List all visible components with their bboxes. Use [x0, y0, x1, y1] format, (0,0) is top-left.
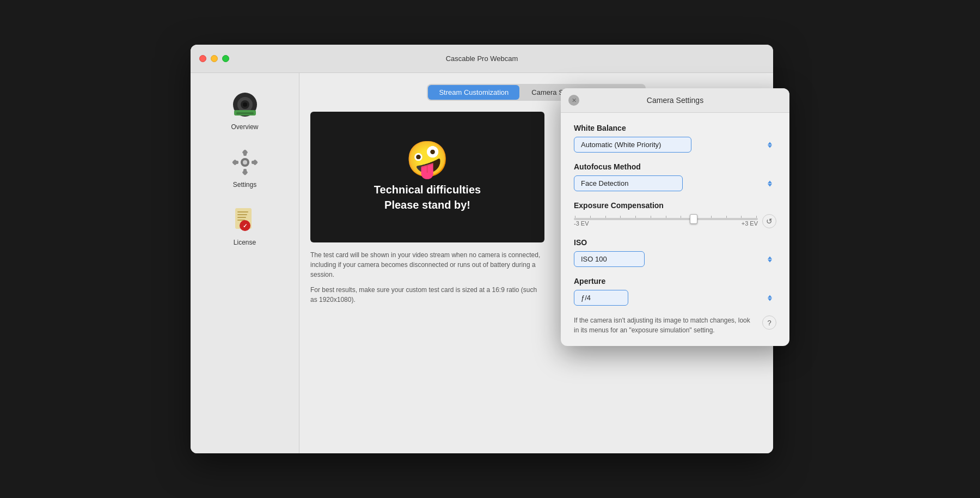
sidebar: Overview	[191, 73, 299, 453]
iso-arrows	[768, 256, 772, 262]
hint-text: If the camera isn't adjusting its image …	[574, 315, 757, 335]
svg-text:✓: ✓	[243, 223, 247, 229]
exposure-label: Exposure Compensation	[574, 201, 776, 210]
exposure-slider-thumb[interactable]	[690, 214, 697, 224]
overview-icon-svg	[230, 89, 260, 120]
slider-min-label: -3 EV	[574, 220, 589, 227]
svg-rect-12	[242, 149, 248, 155]
arrow-down-icon	[768, 298, 772, 301]
sidebar-item-label-overview: Overview	[231, 123, 258, 131]
sidebar-item-label-settings: Settings	[233, 181, 256, 189]
svg-rect-17	[237, 211, 248, 212]
arrow-down-icon	[768, 259, 772, 262]
arrow-up-icon	[768, 295, 772, 297]
slider-max-label: +3 EV	[742, 220, 758, 227]
white-balance-group: White Balance Automatic (White Priority)…	[574, 124, 776, 153]
description-para1: The test card will be shown in your vide…	[310, 250, 544, 280]
panel-title: Camera Settings	[572, 96, 779, 105]
svg-rect-19	[237, 217, 246, 218]
title-bar: Cascable Pro Webcam	[191, 45, 773, 73]
description-para2: For best results, make sure your custom …	[310, 285, 544, 305]
exposure-slider-track[interactable]	[574, 218, 758, 220]
autofocus-select-wrapper: Face Detection Subject Tracking Spot Fle…	[574, 175, 776, 191]
slider-row: -3 EV +3 EV ↺	[574, 214, 776, 228]
close-button[interactable]	[199, 55, 206, 62]
license-icon: ✓	[230, 205, 260, 235]
emoji-icon: 🤪	[406, 142, 449, 177]
panel-body: White Balance Automatic (White Priority)…	[561, 113, 789, 346]
arrow-up-icon	[768, 180, 772, 183]
autofocus-arrows	[768, 180, 772, 186]
aperture-arrows	[768, 295, 772, 301]
close-x-icon: ✕	[572, 97, 577, 104]
traffic-lights	[199, 55, 229, 62]
aperture-label: Aperture	[574, 277, 776, 286]
svg-rect-5	[236, 112, 254, 114]
arrow-up-icon	[768, 256, 772, 259]
panel-title-bar: ✕ Camera Settings	[561, 88, 789, 113]
svg-rect-14	[231, 159, 237, 165]
aperture-select[interactable]: ƒ/1.8 ƒ/2 ƒ/2.8 ƒ/4 ƒ/5.6 ƒ/8 ƒ/11 ƒ/16	[574, 290, 628, 306]
arrow-up-icon	[768, 142, 772, 144]
white-balance-select-wrapper: Automatic (White Priority) Automatic (Am…	[574, 137, 776, 153]
aperture-select-wrapper: ƒ/1.8 ƒ/2 ƒ/2.8 ƒ/4 ƒ/5.6 ƒ/8 ƒ/11 ƒ/16	[574, 290, 776, 306]
description: The test card will be shown in your vide…	[310, 250, 544, 305]
sidebar-item-label-license: License	[234, 239, 256, 246]
svg-rect-18	[237, 214, 247, 215]
maximize-button[interactable]	[222, 55, 229, 62]
white-balance-select[interactable]: Automatic (White Priority) Automatic (Am…	[574, 137, 691, 153]
help-button[interactable]: ?	[762, 315, 776, 330]
test-card-text: Technical difficulties Please stand by!	[374, 182, 481, 212]
autofocus-label: Autofocus Method	[574, 162, 776, 171]
camera-settings-panel: ✕ Camera Settings White Balance Automati…	[561, 88, 789, 346]
question-mark-icon: ?	[767, 319, 771, 327]
iso-select-wrapper: ISO 100 ISO 200 ISO 400 ISO 800 ISO 1600…	[574, 251, 776, 267]
sidebar-item-license[interactable]: ✓ License	[201, 199, 289, 252]
iso-group: ISO ISO 100 ISO 200 ISO 400 ISO 800 ISO …	[574, 238, 776, 267]
test-card: 🤪 Technical difficulties Please stand by…	[310, 112, 544, 242]
exposure-group: Exposure Compensation	[574, 201, 776, 228]
arrow-down-icon	[768, 145, 772, 148]
svg-rect-15	[242, 169, 248, 175]
arrow-down-icon	[768, 184, 772, 186]
minimize-button[interactable]	[211, 55, 218, 62]
sidebar-item-overview[interactable]: Overview	[201, 84, 289, 136]
sidebar-item-settings[interactable]: Settings	[201, 142, 289, 194]
white-balance-arrows	[768, 142, 772, 148]
tab-stream-customization[interactable]: Stream Customization	[428, 85, 519, 100]
camera-icon	[230, 89, 260, 120]
svg-point-3	[243, 102, 247, 107]
reset-icon: ↺	[766, 217, 773, 226]
panel-close-button[interactable]: ✕	[568, 95, 579, 106]
exposure-reset-button[interactable]: ↺	[762, 214, 776, 228]
slider-labels: -3 EV +3 EV	[574, 220, 758, 227]
autofocus-group: Autofocus Method Face Detection Subject …	[574, 162, 776, 191]
aperture-group: Aperture ƒ/1.8 ƒ/2 ƒ/2.8 ƒ/4 ƒ/5.6 ƒ/8 ƒ…	[574, 277, 776, 306]
svg-point-7	[243, 160, 247, 165]
white-balance-label: White Balance	[574, 124, 776, 132]
svg-rect-13	[252, 159, 258, 165]
hint-row: If the camera isn't adjusting its image …	[574, 315, 776, 335]
iso-label: ISO	[574, 238, 776, 247]
autofocus-select[interactable]: Face Detection Subject Tracking Spot Fle…	[574, 175, 683, 191]
window-title: Cascable Pro Webcam	[446, 54, 518, 63]
gear-icon	[230, 147, 260, 178]
iso-select[interactable]: ISO 100 ISO 200 ISO 400 ISO 800 ISO 1600…	[574, 251, 645, 267]
